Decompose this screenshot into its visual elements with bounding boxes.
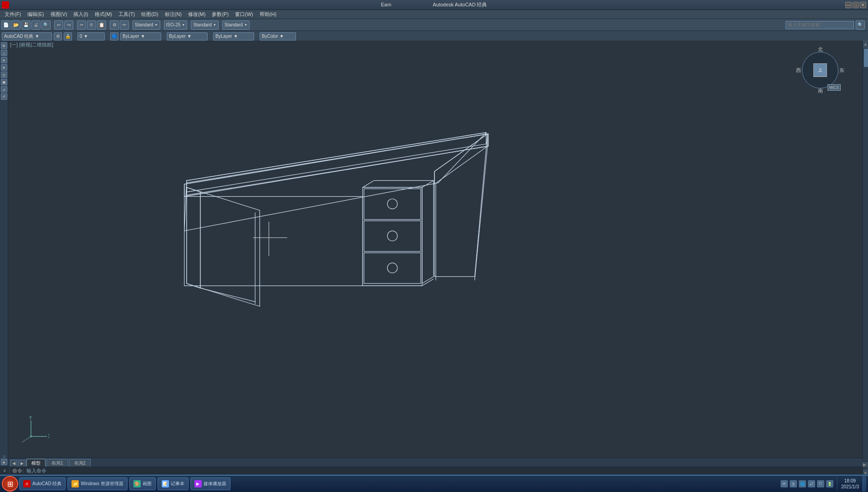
copy-button[interactable]: ⎘: [87, 20, 96, 30]
menu-format[interactable]: 格式(M): [92, 10, 115, 18]
autocad-taskbar-icon: A: [23, 480, 31, 487]
left-sidebar: ⊞ △ ⊕ ⊗ ◎ ▣ ⊿ ↺ A ▲: [0, 41, 8, 467]
menu-help[interactable]: 帮助(H): [257, 10, 279, 18]
compass-badge: WCS: [827, 84, 841, 91]
tab-layout1[interactable]: 布局1: [46, 459, 68, 467]
sidebar-btn-6[interactable]: ▣: [1, 79, 7, 85]
open-button[interactable]: 📂: [11, 20, 20, 30]
new-button[interactable]: 📄: [1, 20, 10, 30]
svg-rect-7: [363, 187, 422, 286]
notepad-taskbar-icon: 📝: [162, 480, 169, 487]
title-text: Eam Autodesk AutoCAD 经典: [381, 1, 487, 8]
tab-next-button[interactable]: ▶: [18, 460, 26, 467]
sidebar-btn-7[interactable]: ⊿: [1, 86, 7, 92]
svg-text:Y: Y: [29, 416, 32, 421]
svg-point-11: [388, 231, 398, 241]
start-button[interactable]: ⊞: [2, 476, 18, 492]
bylayer-color-dropdown[interactable]: ByLayer ▼: [120, 32, 161, 41]
system-tray: 中 文 🌐 🔊 🛡 🔋: [777, 480, 837, 487]
paste-button[interactable]: 📋: [97, 20, 106, 30]
taskbar-paint-button[interactable]: 🎨 画图: [129, 477, 156, 490]
sidebar-btn-3[interactable]: ⊕: [1, 57, 7, 63]
menu-modify[interactable]: 修改(M): [185, 10, 209, 18]
toolbar1: 📄 📂 💾 🖨 🔍 ↩ ↪ ✂ ⎘ 📋 ⚙ ✏ Standard ▼ ISO-2…: [0, 19, 868, 31]
search-input[interactable]: [786, 21, 854, 29]
show-desktop-button[interactable]: [863, 476, 866, 492]
search-button[interactable]: 🔍: [856, 20, 865, 30]
standard-arrow: ▼: [244, 23, 247, 26]
close-button[interactable]: ✕: [860, 2, 866, 8]
standard-dropdown[interactable]: Standard ▼: [222, 20, 250, 30]
sidebar-btn-bottom[interactable]: ▲: [1, 459, 7, 465]
taskbar-clock[interactable]: 18:09 2021/1/3: [837, 478, 863, 490]
print-button[interactable]: 🖨: [31, 20, 41, 30]
media-taskbar-icon: ▶: [194, 480, 202, 487]
tray-input-icon[interactable]: 文: [790, 480, 797, 487]
undo-button[interactable]: ↩: [54, 20, 63, 30]
vscrollbar[interactable]: ▲ ▼: [863, 41, 868, 477]
tray-network-icon[interactable]: 🌐: [799, 480, 806, 487]
explorer-taskbar-icon: 📁: [71, 480, 79, 487]
sidebar-btn-2[interactable]: △: [1, 50, 7, 56]
menu-edit[interactable]: 编辑(E): [25, 10, 47, 18]
menu-dimension[interactable]: 标注(N): [162, 10, 184, 18]
style-dropdown[interactable]: Standard ▼: [191, 20, 219, 30]
sidebar-btn-1[interactable]: ⊞: [1, 42, 7, 49]
tray-volume-icon[interactable]: 🔊: [808, 480, 815, 487]
properties-button[interactable]: ⚙: [110, 20, 119, 30]
tab-model[interactable]: 模型: [26, 459, 46, 467]
taskbar-notepad-button[interactable]: 📝 记事本: [158, 477, 189, 490]
layer-settings-button[interactable]: ⚙: [54, 32, 62, 41]
bylayer-weight-dropdown[interactable]: ByLayer ▼: [213, 32, 254, 41]
sidebar-btn-5[interactable]: ◎: [1, 72, 7, 78]
cut-button[interactable]: ✂: [77, 20, 86, 30]
windows-taskbar: ⊞ A AutoCAD 经典 📁 Windows 资源管理器 🎨 画图 📝 记事…: [0, 475, 868, 492]
menu-file[interactable]: 文件(F): [2, 10, 24, 18]
layer-lock-button[interactable]: 🔒: [64, 32, 72, 41]
save-button[interactable]: 💾: [21, 20, 31, 30]
matchprop-button[interactable]: ✏: [120, 20, 129, 30]
menu-view[interactable]: 视图(V): [48, 10, 70, 18]
svg-marker-1: [184, 133, 486, 231]
autocad-classic-dropdown[interactable]: AutoCAD 经典 ▼: [2, 32, 52, 41]
sidebar-btn-4[interactable]: ⊗: [1, 64, 7, 71]
svg-line-29: [22, 436, 31, 442]
command-close-button[interactable]: ✕: [3, 468, 6, 473]
minimize-button[interactable]: —: [845, 2, 852, 8]
compass-south: 南: [818, 87, 823, 94]
layer-icon-btn1[interactable]: 🔵: [110, 32, 118, 41]
compass-center: 上: [813, 63, 827, 77]
tab-prev-button[interactable]: ◀: [10, 460, 17, 467]
taskbar-media-button[interactable]: ▶ 媒体播放器: [190, 477, 230, 490]
tray-security-icon[interactable]: 🛡: [817, 480, 824, 487]
command-label: 命令:: [12, 467, 24, 474]
menu-params[interactable]: 参数(P): [209, 10, 231, 18]
print-preview-button[interactable]: 🔍: [41, 20, 51, 30]
tray-power-icon[interactable]: 🔋: [826, 480, 833, 487]
layer-dropdown[interactable]: 0 ▼: [77, 32, 105, 41]
sidebar-btn-8[interactable]: ↺: [1, 93, 7, 100]
paint-taskbar-icon: 🎨: [133, 480, 141, 487]
taskbar-autocad-button[interactable]: A AutoCAD 经典: [19, 477, 66, 490]
menu-window[interactable]: 窗口(W): [232, 10, 256, 18]
compass-east: 东: [839, 67, 844, 74]
svg-text:X: X: [48, 433, 49, 440]
tray-language-icon[interactable]: 中: [781, 480, 788, 487]
axis-svg: Y X: [17, 416, 49, 443]
tab-layout2[interactable]: 布局2: [69, 459, 91, 467]
linetype-dropdown[interactable]: ISO-25 ▼: [164, 20, 188, 30]
restore-button[interactable]: □: [853, 2, 859, 8]
svg-point-9: [388, 199, 398, 209]
canvas-area[interactable]: [一] [俯视|二维线框]: [8, 41, 868, 467]
compass-west: 西: [796, 67, 801, 74]
taskbar-explorer-button[interactable]: 📁 Windows 资源管理器: [67, 477, 127, 490]
workspace-dropdown[interactable]: Standard ▼: [133, 20, 160, 30]
redo-button[interactable]: ↪: [64, 20, 73, 30]
bycolor-dropdown[interactable]: ByColor ▼: [260, 32, 296, 41]
bottom-tabs: ◀ ▶ 模型 布局1 布局2: [8, 458, 863, 467]
menu-insert[interactable]: 插入(I): [71, 10, 91, 18]
taskbar-time: 18:09: [841, 478, 859, 484]
menu-draw[interactable]: 绘图(D): [138, 10, 161, 18]
bylayer-line-dropdown[interactable]: ByLayer ▼: [167, 32, 208, 41]
menu-tools[interactable]: 工具(T): [116, 10, 138, 18]
